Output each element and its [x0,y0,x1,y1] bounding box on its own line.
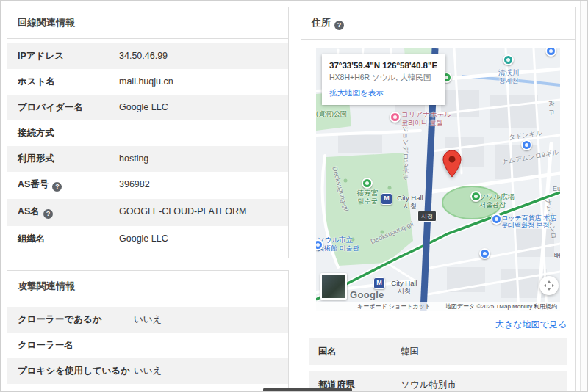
map-label-koreana-hotel: コリアナホテル코리아나 호텔 [401,111,451,126]
hotel-poi-icon[interactable] [390,112,401,123]
address-table: 国名 韓国 都道府県 ソウル特別市 [309,338,567,392]
row-label: 利用形式 [18,153,119,164]
row-value: Google LLC [119,102,278,113]
map-label-park: (貞洞)公園 [316,110,347,117]
row-label: IPアドレス [18,51,119,62]
subway-station-badge: 시청 [417,211,437,222]
map-label-deoksugung: 徳寿宮덕수궁 [350,189,385,205]
help-icon[interactable] [52,182,62,192]
street-label-myeongdong: 明洞 [554,251,560,261]
label-jp: 清渓川 [498,68,520,76]
table-row: プロバイダー名 Google LLC [7,95,288,120]
row-value: GOOGLE-CLOUD-PLATFORM [119,206,278,219]
row-label-text: IPアドレス [18,51,64,61]
label-jp: ソウル広場 [479,192,514,200]
map-label-seoul-plaza: ソウル広場서울광장 [479,193,514,208]
map-label-museum: ソウル市立美術館 미술관 [318,236,359,252]
row-label-text: ホスト名 [18,76,55,87]
row-value: 396982 [119,179,278,192]
row-label: 接続方式 [18,128,119,139]
table-row: クローラー名 [7,333,288,358]
label-kr: 청계천 [490,77,528,84]
attack-info-title: 攻撃関連情報 [7,271,288,302]
row-label: プロバイダー名 [18,102,119,113]
label-kr: 시청 [390,203,431,210]
row-label-text: クローラー名 [18,340,74,350]
label-kr: 시청 [384,288,425,295]
address-card: 住所 [301,7,576,392]
bottom-partial-element [263,388,352,392]
help-icon[interactable] [334,21,344,30]
row-value: mail.huqju.cn [119,76,278,87]
address-title: 住所 [301,7,575,40]
poi-icon[interactable] [479,248,490,259]
label-kr: 美術館 미술관 [318,244,359,252]
row-value: 韓国 [401,346,419,357]
row-value: いいえ [134,314,278,325]
terms-link[interactable]: 利用規約 [534,302,557,311]
label-kr: 서울광장 [479,201,514,208]
google-logo[interactable]: Google [350,289,384,300]
street-label-euljiro: Euljiro [553,185,560,192]
pan-arrows-icon [544,280,554,291]
label-jp: 徳寿宮 [357,189,379,197]
big-map-link-row: 大きな地図で見る [309,317,567,331]
attraction-poi-icon[interactable] [503,54,514,65]
address-title-text: 住所 [312,17,331,28]
label-jp: City Hall [391,279,417,287]
table-row: 国名 韓国 [309,338,567,365]
view-larger-map-link[interactable]: 拡大地図を表示 [329,88,438,98]
table-row: プロキシを使用しているか いいえ [7,358,288,384]
row-value: ソウル特別市 [401,379,456,391]
row-label-text: AS名 [18,206,40,217]
row-label-text: クローラーであるか [18,314,102,324]
label-kr: 롯데백화점 본점 [501,222,556,229]
row-value: Google LLC [119,233,278,244]
row-value [119,128,278,139]
plaza-poi-icon[interactable] [470,191,481,202]
attack-info-table: クローラーであるか いいえ クローラー名 プロキシを使用しているか いいえ [7,302,288,390]
map-info-window: 37°33'59.4"N 126°58'40.8"E HX8H+H6R ソウル,… [322,54,445,105]
row-label: クローラー名 [18,340,134,351]
label-kr: 코리아나 호텔 [401,119,451,126]
table-row: IPアドレス 34.50.46.99 [7,43,288,69]
google-map-embed[interactable]: 清渓川청계천 (貞洞)公園 コリアナホテル코리아나 호텔 徳寿宮덕수궁 City… [316,48,560,311]
row-label: AS番号 [18,179,119,192]
coordinates-text: 37°33'59.4"N 126°58'40.8"E [329,61,438,70]
metro-station-icon[interactable]: M [373,277,385,289]
map-label-city-hall-2: City Hall시청 [384,280,425,295]
map-label-lotte: ロッテ百貨店 本店롯데백화점 본점 [501,214,556,230]
plus-code-text: HX8H+H6R ソウル, 大韓民国 [329,73,438,83]
line-info-card: 回線関連情報 IPアドレス 34.50.46.99 ホスト名 mail.huqj… [7,7,289,258]
table-row: AS番号 396982 [7,172,288,199]
row-label: ホスト名 [18,76,119,87]
row-label: AS名 [18,206,119,219]
row-label-text: 利用形式 [18,153,54,164]
street-label-sejongdaero19gil: セジョンデロ19ギル [401,119,410,181]
poi-icon[interactable] [521,139,532,150]
view-big-map-link[interactable]: 大きな地図で見る [495,319,567,330]
table-row: 接続方式 [7,120,288,146]
map-pin-icon [442,150,462,178]
imagery-thumbnail[interactable] [320,273,347,300]
help-icon[interactable] [43,209,53,219]
row-value: いいえ [134,366,278,377]
ad-label: 광고 [548,100,560,117]
row-label: 組織名 [18,233,119,244]
metro-station-icon[interactable]: M [381,193,392,205]
page-scrollbar[interactable] [580,1,587,391]
shopping-poi-icon[interactable] [491,214,502,225]
palace-poi-icon[interactable] [362,178,373,189]
row-label: プロキシを使用しているか [18,366,134,377]
row-label-text: プロバイダー名 [18,102,83,112]
row-label-text: 接続方式 [18,128,54,138]
ip-lookup-page: 回線関連情報 IPアドレス 34.50.46.99 ホスト名 mail.huqj… [0,0,588,392]
keyboard-shortcuts-link[interactable]: キーボード ショートカット [357,302,431,311]
row-label-text: 組織名 [18,233,46,244]
row-label-text: プロキシを使用しているか [18,366,130,376]
label-jp: (貞洞)公園 [316,110,347,117]
line-info-title: 回線関連情報 [7,7,288,39]
row-value: 34.50.46.99 [119,51,278,62]
pan-control-button[interactable] [539,276,559,295]
label-jp: City Hall [397,194,423,202]
